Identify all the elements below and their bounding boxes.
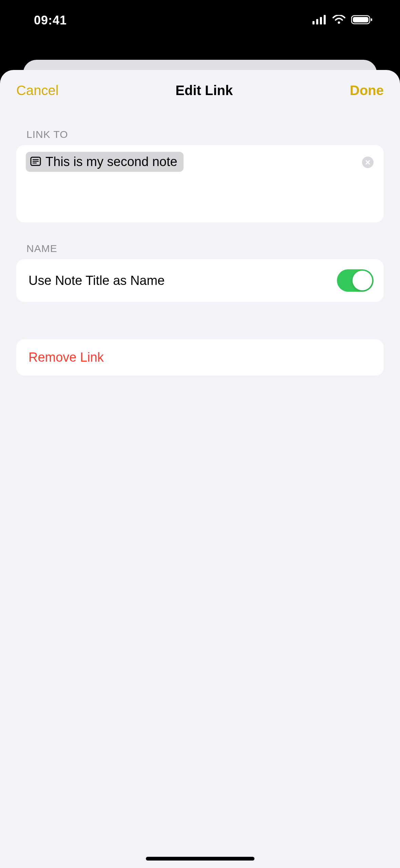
svg-rect-5 (353, 17, 368, 22)
sheet-title: Edit Link (175, 83, 233, 98)
svg-rect-1 (316, 19, 318, 24)
use-note-title-row: Use Note Title as Name (16, 259, 384, 302)
sheet-header: Cancel Edit Link Done (0, 70, 400, 108)
svg-rect-2 (320, 17, 322, 24)
status-bar: 09:41 (0, 0, 400, 41)
linked-note-chip[interactable]: This is my second note (26, 152, 184, 172)
name-section: Name Use Note Title as Name (0, 222, 400, 302)
linked-note-label: This is my second note (45, 155, 177, 169)
battery-icon (351, 15, 373, 26)
note-icon (30, 156, 41, 168)
remove-link-label: Remove Link (28, 350, 372, 365)
wifi-icon (332, 15, 346, 26)
link-to-header: Link To (16, 108, 384, 145)
svg-rect-3 (324, 15, 326, 24)
cancel-button[interactable]: Cancel (16, 83, 59, 98)
use-note-title-toggle[interactable] (337, 269, 374, 292)
status-time: 09:41 (34, 13, 67, 28)
remove-link-button[interactable]: Remove Link (16, 339, 384, 376)
edit-link-sheet: Cancel Edit Link Done Link To This is my… (0, 70, 400, 868)
link-to-card[interactable]: This is my second note (16, 145, 384, 222)
home-indicator[interactable] (146, 857, 254, 861)
cellular-icon (312, 15, 327, 26)
close-icon (365, 160, 370, 165)
status-icons (312, 15, 373, 26)
remove-link-section: Remove Link (0, 302, 400, 376)
svg-rect-0 (312, 21, 315, 24)
done-button[interactable]: Done (350, 83, 384, 98)
toggle-knob (353, 271, 372, 290)
clear-link-button[interactable] (362, 157, 374, 168)
link-to-section: Link To This is my second note (0, 108, 400, 222)
use-note-title-label: Use Note Title as Name (28, 273, 165, 288)
svg-rect-6 (371, 18, 372, 21)
name-header: Name (16, 222, 384, 259)
